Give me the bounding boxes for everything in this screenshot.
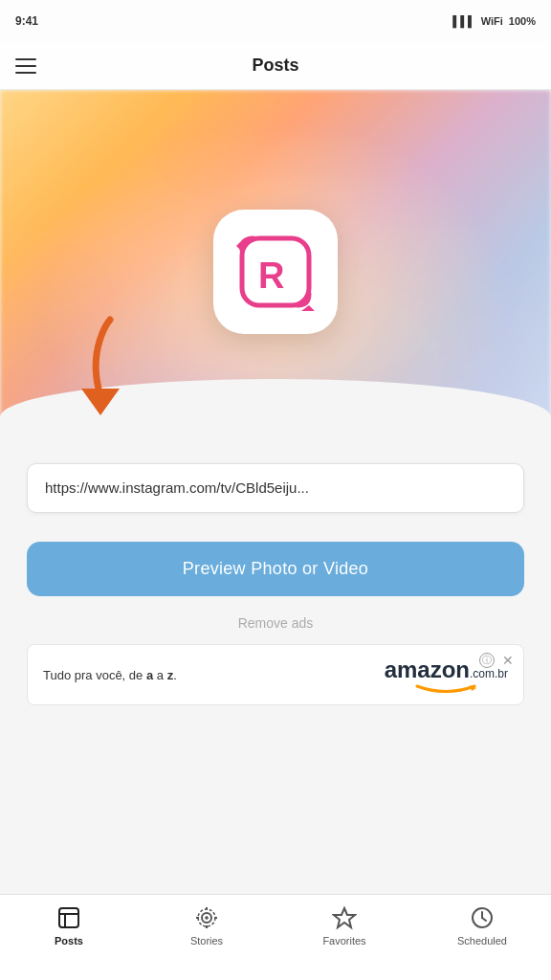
nav-label-favorites: Favorites [322,935,365,947]
svg-text:R: R [258,256,284,296]
svg-line-20 [482,918,486,921]
ad-text: Tudo pra você, de a a z. [43,668,373,682]
bottom-nav: Posts Stories Favorites [0,894,551,980]
favorites-icon [331,904,358,931]
svg-marker-17 [334,908,355,927]
ad-period: . [173,668,177,682]
scheduled-icon [469,904,496,931]
svg-rect-6 [59,908,78,927]
ad-banner: ⓘ ✕ Tudo pra você, de a a z. amazon.com.… [27,644,524,705]
hero-section: R [0,90,551,454]
stories-icon [193,904,220,931]
page-title: Posts [252,56,298,76]
posts-icon [55,904,82,931]
app-logo: R [213,210,338,334]
url-input-container[interactable]: https://www.instagram.com/tv/CBld5eiju..… [27,463,524,513]
ad-prefix: Tudo pra você, de [43,668,143,682]
amazon-smile-icon [412,683,479,693]
app-logo-container: R [213,210,338,334]
ad-close-button[interactable]: ✕ [500,653,516,668]
nav-label-posts: Posts [55,935,83,947]
signal-indicator: ▌▌▌ [452,15,474,27]
status-time: 9:41 [15,14,38,28]
nav-item-posts[interactable]: Posts [0,904,138,947]
status-bar: 9:41 ▌▌▌ WiFi 100% [0,0,551,42]
nav-item-stories[interactable]: Stories [138,904,276,947]
battery-indicator: 100% [509,15,536,27]
app-header: Posts [0,42,551,90]
svg-marker-0 [81,389,120,415]
ad-bold-a: a [146,668,153,682]
menu-button[interactable] [15,58,36,74]
main-content: https://www.instagram.com/tv/CBld5eiju..… [0,454,551,705]
nav-item-scheduled[interactable]: Scheduled [413,904,551,947]
ad-separator: a [157,668,167,682]
arrow-indicator [57,310,143,419]
preview-button[interactable]: Preview Photo or Video [27,542,524,596]
status-icons: ▌▌▌ WiFi 100% [452,15,536,27]
remove-ads-link[interactable]: Remove ads [27,615,524,631]
nav-item-favorites[interactable]: Favorites [276,904,413,947]
nav-label-scheduled: Scheduled [457,935,507,947]
nav-label-stories: Stories [190,935,223,947]
url-display: https://www.instagram.com/tv/CBld5eiju..… [45,479,309,496]
ad-info-button[interactable]: ⓘ [479,653,495,668]
wifi-indicator: WiFi [481,15,503,27]
